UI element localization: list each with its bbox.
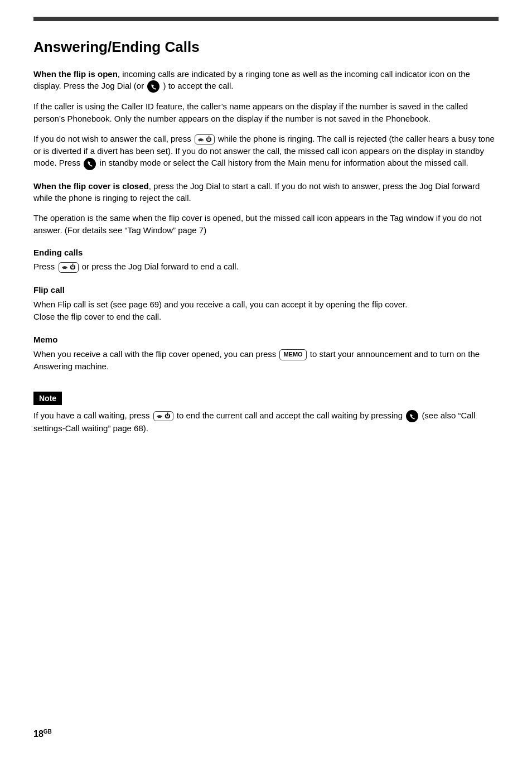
flip-call-section: Flip call When Flip call is set (see pag… <box>33 284 499 322</box>
flip-open-text2: ) to accept the call. <box>163 81 233 90</box>
end-call-icon-3: ⏻ <box>153 411 173 422</box>
note-section: Note If you have a call waiting, press ⏻… <box>33 386 499 435</box>
end-call-icon-1: ⏻ <box>195 134 215 145</box>
flip-call-text1: When Flip call is set (see page 69) and … <box>33 298 499 311</box>
flip-open-section: When the flip is open, incoming calls ar… <box>33 68 499 170</box>
note-text-before: If you have a call waiting, press <box>33 411 149 420</box>
page-container: Answering/Ending Calls When the flip is … <box>0 0 532 757</box>
memo-text-before: When you receive a call with the flip co… <box>33 349 276 359</box>
memo-paragraph: When you receive a call with the flip co… <box>33 348 499 373</box>
flip-open-paragraph: When the flip is open, incoming calls ar… <box>33 68 499 93</box>
top-bar-decoration <box>33 17 499 21</box>
answer-call-icon-3 <box>406 410 418 422</box>
note-paragraph: If you have a call waiting, press ⏻ to e… <box>33 409 499 435</box>
page-number: 18GB <box>33 727 52 740</box>
answer-call-icon-2 <box>84 158 96 170</box>
reject-call-text-after2: in standby mode or select the Call histo… <box>100 158 468 167</box>
reject-call-text-before: If you do not wish to answer the call, p… <box>33 134 191 143</box>
page-title: Answering/Ending Calls <box>33 37 499 58</box>
caller-id-paragraph: If the caller is using the Caller ID fea… <box>33 100 499 125</box>
note-label: Note <box>33 392 62 405</box>
flip-closed-lead: When the flip cover is closed <box>33 181 149 191</box>
memo-icon: MEMO <box>279 349 306 360</box>
flip-open-lead: When the flip is open <box>33 69 118 79</box>
flip-call-heading: Flip call <box>33 284 499 296</box>
ending-calls-paragraph: Press ⏻ or press the Jog Dial forward to… <box>33 261 499 273</box>
flip-closed-section: When the flip cover is closed, press the… <box>33 180 499 237</box>
flip-call-text2: Close the flip cover to end the call. <box>33 311 499 323</box>
memo-section: Memo When you receive a call with the fl… <box>33 334 499 373</box>
answer-call-icon <box>147 80 159 93</box>
flip-closed-text2: The operation is the same when the flip … <box>33 212 499 237</box>
flip-closed-paragraph: When the flip cover is closed, press the… <box>33 180 499 205</box>
ending-calls-text-before: Press <box>33 262 55 271</box>
note-text-middle: to end the current call and accept the c… <box>177 411 403 420</box>
memo-heading: Memo <box>33 334 499 346</box>
reject-call-paragraph: If you do not wish to answer the call, p… <box>33 133 499 170</box>
ending-calls-heading: Ending calls <box>33 247 499 259</box>
ending-calls-text-after: or press the Jog Dial forward to end a c… <box>82 262 239 271</box>
end-call-icon-2: ⏻ <box>59 262 79 273</box>
ending-calls-section: Ending calls Press ⏻ or press the Jog Di… <box>33 247 499 273</box>
